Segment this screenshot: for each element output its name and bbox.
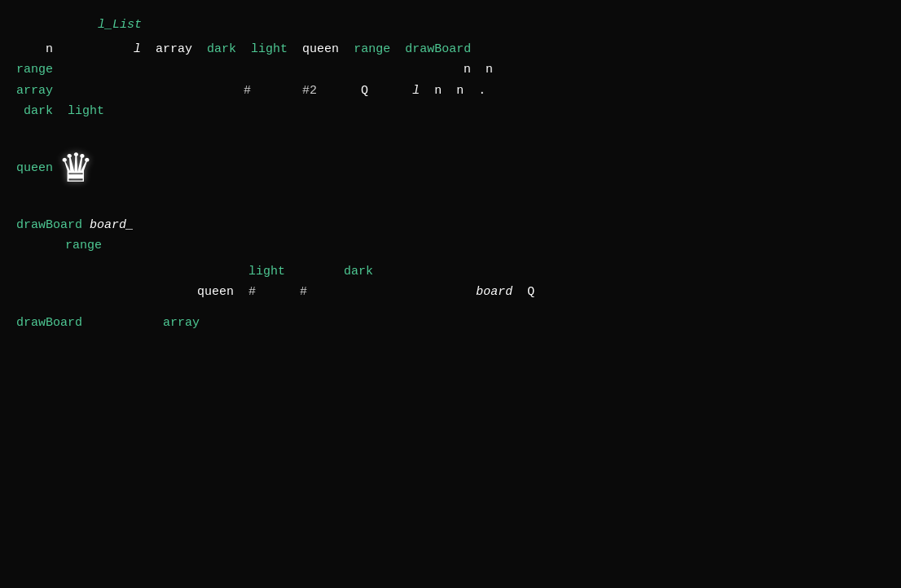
param-l: l bbox=[134, 39, 141, 60]
array-hash1: # bbox=[244, 81, 251, 102]
queen-icon: ♛ bbox=[61, 144, 90, 193]
qb-space3 bbox=[307, 282, 476, 303]
param-drawboard: drawBoard bbox=[405, 39, 471, 60]
array-l: l bbox=[412, 81, 420, 102]
array-end: n n . bbox=[420, 81, 486, 102]
board-param: board_ bbox=[90, 215, 134, 236]
param-n: n bbox=[16, 39, 134, 60]
board-ref: board bbox=[476, 282, 512, 303]
array-space2 bbox=[251, 81, 302, 102]
dark-label: dark bbox=[16, 101, 68, 122]
line-range: range n n bbox=[16, 59, 885, 81]
spacer1 bbox=[16, 122, 885, 132]
array-space3: Q bbox=[317, 81, 412, 102]
qb-space1: queen bbox=[65, 282, 248, 303]
line-array: array # #2 Q l n n . bbox=[16, 81, 885, 102]
qb-hash2: # bbox=[300, 282, 307, 303]
line-queen-board: queen # # board Q bbox=[65, 282, 885, 303]
param-rest: array bbox=[141, 39, 207, 60]
final-array: array bbox=[163, 313, 200, 334]
array-label: array bbox=[16, 81, 53, 102]
spacer4 bbox=[16, 303, 885, 313]
qb-hash1: # bbox=[248, 282, 256, 303]
title-line: l_List bbox=[16, 15, 885, 36]
space-between bbox=[285, 261, 344, 283]
param-light: light bbox=[251, 39, 288, 60]
qb-q: Q bbox=[512, 282, 534, 303]
title-label: l_List bbox=[98, 15, 142, 36]
array-space1 bbox=[53, 81, 244, 102]
line-final: drawBoard array bbox=[16, 313, 885, 334]
line-indent-range: range bbox=[65, 235, 885, 257]
array-hash2: #2 bbox=[302, 81, 317, 102]
light-inner: light bbox=[248, 261, 285, 283]
param-space2: queen bbox=[288, 39, 354, 60]
queen-label: queen bbox=[16, 158, 53, 179]
range-label: range bbox=[16, 59, 53, 81]
qb-space2 bbox=[256, 282, 300, 303]
final-space bbox=[82, 313, 163, 334]
line-drawboard: drawBoard board_ bbox=[16, 215, 885, 236]
drawboard-space bbox=[82, 215, 90, 236]
light-label: light bbox=[68, 101, 104, 122]
light-dark-body bbox=[65, 261, 248, 283]
range-body: n n bbox=[53, 59, 493, 81]
drawboard-label: drawBoard bbox=[16, 215, 82, 236]
param-space1 bbox=[236, 39, 251, 60]
spacer2 bbox=[16, 205, 885, 215]
param-dark: dark bbox=[207, 39, 236, 60]
line-light-dark: light dark bbox=[65, 261, 885, 283]
line-dark-light: dark light bbox=[16, 101, 885, 122]
param-space3 bbox=[390, 39, 405, 60]
line-queen: queen ♛ bbox=[16, 132, 885, 205]
dark-inner: dark bbox=[344, 261, 373, 283]
param-range: range bbox=[354, 39, 390, 60]
final-drawboard: drawBoard bbox=[16, 313, 82, 334]
range-inner-label: range bbox=[65, 235, 102, 257]
line-params: n l array dark light queen range drawBoa… bbox=[16, 39, 885, 60]
